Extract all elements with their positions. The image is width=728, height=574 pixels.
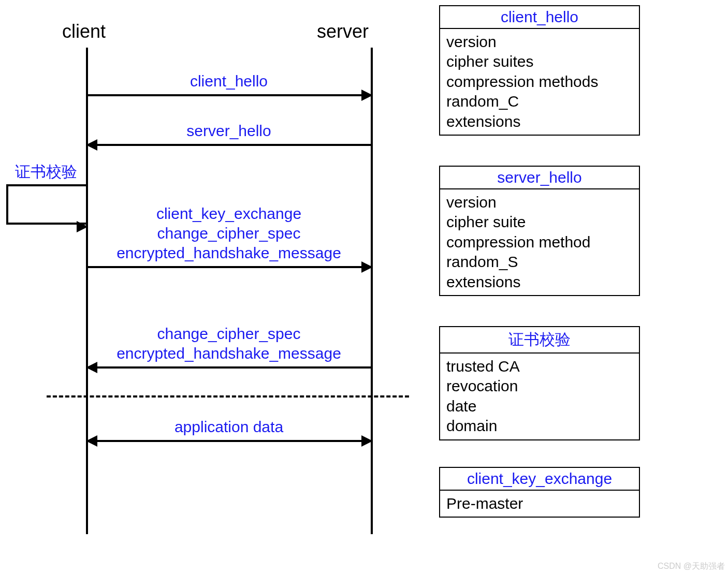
- box-item: extensions: [446, 112, 633, 131]
- box-client-key-exchange-title: client_key_exchange: [440, 468, 639, 491]
- box-item: version: [446, 32, 633, 52]
- box-cert-verify-body: trusted CA revocation date domain: [440, 354, 639, 439]
- box-cert-verify: 证书校验 trusted CA revocation date domain: [439, 326, 640, 440]
- arrow-right-icon: [361, 90, 373, 101]
- arrow-left-icon: [86, 139, 97, 151]
- msg-encrypted-handshake2-label: encrypted_handshake_message: [87, 345, 371, 362]
- msg-group3-line: [88, 266, 362, 268]
- box-client-key-exchange-body: Pre-master: [440, 491, 639, 517]
- box-client-hello-title: client_hello: [440, 6, 639, 29]
- tls-sequence-diagram: client server client_hello server_hello …: [0, 0, 728, 574]
- box-client-hello-body: version cipher suites compression method…: [440, 29, 639, 135]
- box-item: version: [446, 193, 633, 212]
- watermark-text: CSDN @天助强者: [658, 561, 725, 572]
- box-item: random_C: [446, 92, 633, 111]
- arrow-right-icon: [77, 221, 88, 232]
- box-item: compression methods: [446, 72, 633, 92]
- msg-group4-line: [95, 366, 371, 369]
- box-item: compression method: [446, 232, 633, 252]
- box-server-hello-title: server_hello: [440, 167, 639, 189]
- client-lifeline: [86, 48, 88, 534]
- box-client-key-exchange: client_key_exchange Pre-master: [439, 467, 640, 518]
- box-client-hello: client_hello version cipher suites compr…: [439, 5, 640, 136]
- msg-change-cipher-spec2-label: change_cipher_spec: [87, 325, 371, 343]
- arrow-left-icon: [86, 362, 97, 373]
- msg-server-hello-label: server_hello: [87, 122, 371, 140]
- msg-application-data-label: application data: [87, 418, 371, 436]
- box-item: domain: [446, 416, 633, 436]
- msg-client-hello-label: client_hello: [87, 72, 371, 90]
- box-item: cipher suites: [446, 52, 633, 71]
- selfcall-cert-verify-box: [6, 184, 87, 225]
- msg-application-data-line: [95, 440, 362, 442]
- msg-client-hello-line: [88, 94, 362, 96]
- arrow-right-icon: [361, 261, 373, 273]
- arrow-left-icon: [86, 435, 97, 447]
- phase-separator-dashed: [47, 395, 409, 398]
- box-item: revocation: [446, 376, 633, 396]
- msg-encrypted-handshake-label: encrypted_handshake_message: [87, 244, 371, 262]
- box-item: random_S: [446, 252, 633, 272]
- box-item: cipher suite: [446, 212, 633, 232]
- box-item: Pre-master: [446, 494, 633, 513]
- box-item: trusted CA: [446, 357, 633, 376]
- server-lifeline: [371, 48, 373, 534]
- box-item: date: [446, 396, 633, 416]
- box-item: extensions: [446, 272, 633, 292]
- box-server-hello: server_hello version cipher suite compre…: [439, 166, 640, 296]
- selfcall-cert-verify-label: 证书校验: [7, 161, 85, 183]
- msg-client-key-exchange-label: client_key_exchange: [87, 205, 371, 223]
- server-label: server: [317, 21, 369, 42]
- box-server-hello-body: version cipher suite compression method …: [440, 189, 639, 295]
- msg-server-hello-line: [95, 144, 371, 146]
- client-label: client: [62, 21, 106, 42]
- msg-change-cipher-spec-label: change_cipher_spec: [87, 225, 371, 242]
- box-cert-verify-title: 证书校验: [440, 327, 639, 354]
- arrow-right-icon: [361, 435, 373, 447]
